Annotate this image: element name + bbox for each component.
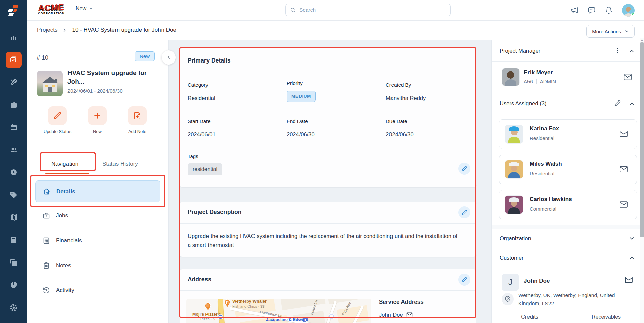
assigned-user-card[interactable]: Karina Fox Residential <box>499 119 637 149</box>
pie-chart-icon <box>10 281 18 289</box>
project-title: HVAC System upgrade for Joh... <box>67 69 162 86</box>
chevron-down-icon <box>89 6 93 11</box>
online-status-dot <box>631 13 635 17</box>
briefcase-icon <box>43 212 50 219</box>
nav-item-activity[interactable]: Activity <box>43 287 74 294</box>
new-dropdown-label: New <box>76 6 86 12</box>
tags-label: Tags <box>188 153 198 159</box>
sidebar-item-service-tools[interactable] <box>0 71 27 93</box>
breadcrumb-projects-link[interactable]: Projects <box>37 27 57 33</box>
chevron-up-icon[interactable] <box>629 48 635 54</box>
more-actions-button[interactable]: More Actions <box>586 25 635 38</box>
primary-details-card: Primary Details Category Residential Pri… <box>179 48 477 187</box>
service-contact: John Doe <box>379 312 413 318</box>
map-bus-stop-icon <box>218 315 223 319</box>
assigned-user-card[interactable]: Carlos Hawkins Commercial <box>499 190 637 219</box>
new-dropdown[interactable]: New <box>76 6 93 12</box>
customer-address: Wetherby, UK, Wetherby, England, United … <box>518 291 619 308</box>
chevron-up-icon[interactable] <box>629 100 635 107</box>
envelope-icon[interactable] <box>619 165 628 173</box>
scroll-up-arrow[interactable]: ▲ <box>641 38 643 41</box>
pencil-icon <box>462 210 467 215</box>
sidebar-item-schedule[interactable] <box>0 116 27 138</box>
sidebar-item-map[interactable] <box>0 206 27 229</box>
service-address-map[interactable]: Gashouse Ln eefold Ln First Ave Wetherby… <box>186 299 371 323</box>
sidebar-item-jobs[interactable] <box>0 93 27 116</box>
envelope-icon[interactable] <box>619 130 628 138</box>
sidebar-item-reports[interactable] <box>0 274 27 296</box>
app-logo[interactable] <box>0 0 27 21</box>
new-action-label: New <box>77 129 118 134</box>
project-manager-meta: A56 ADMIN <box>524 79 556 84</box>
announcements-icon[interactable] <box>570 6 579 14</box>
nav-item-jobs-label: Jobs <box>56 212 68 219</box>
field-due-date: Due Date 2024/06/30 <box>386 118 466 138</box>
field-start-date: Start Date 2024/06/01 <box>188 118 268 138</box>
chevron-up-icon[interactable] <box>629 255 635 261</box>
global-search[interactable] <box>285 4 451 16</box>
clipboard-icon <box>43 262 50 269</box>
sidebar-item-quotes[interactable] <box>0 229 27 251</box>
map-bus-stop-icon <box>329 314 334 319</box>
clock-icon <box>10 168 18 176</box>
new-action-button[interactable]: New <box>77 106 118 134</box>
project-manager-name: Erik Meyer <box>524 69 553 76</box>
panel-collapse-button[interactable] <box>162 50 176 65</box>
edit-tags-button[interactable] <box>458 163 470 175</box>
nav-item-details[interactable]: Details <box>35 180 160 202</box>
sidebar-item-teams[interactable] <box>0 138 27 161</box>
app-sidebar <box>0 0 27 323</box>
sidebar-item-pricebook[interactable] <box>0 184 27 206</box>
users-assigned-title: Users Assigned (3) <box>500 100 546 107</box>
notifications-bell-icon[interactable] <box>605 6 613 14</box>
sidebar-item-settings[interactable] <box>0 296 27 319</box>
scrollbar-thumb[interactable] <box>640 42 644 237</box>
project-image <box>37 71 63 96</box>
user-avatar[interactable] <box>622 4 635 17</box>
field-priority: Priority MEDIUM <box>287 80 367 102</box>
nav-item-jobs[interactable]: Jobs <box>43 212 68 219</box>
tab-status-history[interactable]: Status History <box>102 161 138 167</box>
envelope-icon[interactable] <box>406 312 413 318</box>
sidebar-item-projects[interactable] <box>0 48 27 71</box>
kebab-menu-icon[interactable] <box>614 47 621 54</box>
divider <box>180 290 476 291</box>
main-content: Primary Details Category Residential Pri… <box>179 40 477 323</box>
gear-icon <box>9 303 18 312</box>
project-status-badge: New <box>135 51 155 61</box>
company-name: ACME <box>35 2 68 13</box>
envelope-icon[interactable] <box>619 200 628 209</box>
sidebar-item-timesheets[interactable] <box>0 161 27 184</box>
briefcase-icon <box>10 101 18 109</box>
nav-item-notes[interactable]: Notes <box>43 262 71 269</box>
edit-users-pencil-icon[interactable] <box>614 100 621 106</box>
sidebar-item-invoices[interactable] <box>0 251 27 274</box>
nav-item-financials[interactable]: Financials <box>43 237 82 244</box>
divider <box>492 114 644 114</box>
tab-navigation[interactable]: Navigation <box>51 161 78 167</box>
update-status-button[interactable]: Update Status <box>37 106 78 134</box>
assigned-user-category: Residential <box>530 135 554 141</box>
credits-stat: Credits $0.00 <box>492 311 568 323</box>
assigned-user-card[interactable]: Miles Walsh Residential <box>499 155 637 184</box>
edit-description-button[interactable] <box>458 206 470 218</box>
envelope-icon[interactable] <box>625 276 633 284</box>
edit-address-button[interactable] <box>458 274 470 286</box>
search-input[interactable] <box>299 7 446 13</box>
page-scrollbar[interactable]: ▲ <box>640 38 644 323</box>
customer-stats: Credits $0.00 Receivables $0.00 <box>492 311 644 323</box>
sidebar-item-dashboard[interactable] <box>0 26 27 48</box>
assigned-user-name: Carlos Hawkins <box>530 196 572 203</box>
project-manager-title: Project Manager <box>500 48 540 54</box>
organization-title: Organization <box>500 235 531 242</box>
credits-label: Credits <box>492 314 568 320</box>
more-actions-label: More Actions <box>592 29 621 34</box>
priority-badge: MEDIUM <box>287 91 316 102</box>
chevron-down-icon[interactable] <box>629 235 635 242</box>
assigned-user-name: Miles Walsh <box>530 161 562 167</box>
add-note-button[interactable]: Add Note <box>117 106 157 134</box>
chevron-down-icon <box>624 29 629 34</box>
envelope-icon[interactable] <box>623 73 632 81</box>
address-title: Address <box>188 276 211 283</box>
messages-icon[interactable] <box>588 6 596 14</box>
